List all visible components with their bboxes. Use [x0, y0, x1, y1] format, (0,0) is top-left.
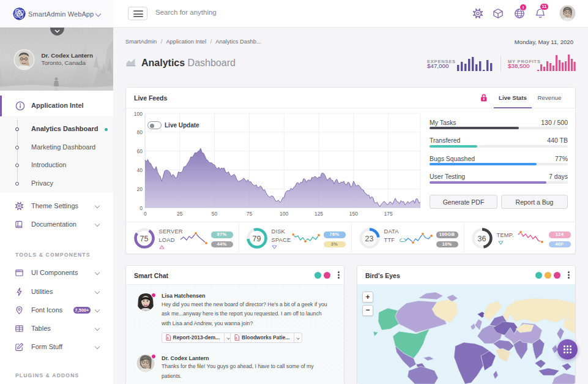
- svg-text:0: 0: [140, 205, 143, 211]
- svg-text:20: 20: [137, 186, 143, 192]
- svg-text:25: 25: [177, 211, 183, 217]
- svg-text:175: 175: [384, 211, 393, 217]
- svg-text:100: 100: [280, 211, 288, 217]
- svg-text:50: 50: [212, 211, 218, 217]
- svg-text:A: A: [236, 337, 238, 340]
- svg-text:40: 40: [137, 167, 143, 173]
- svg-text:0: 0: [144, 211, 147, 217]
- svg-text:A: A: [166, 337, 169, 340]
- svg-text:150: 150: [349, 211, 358, 217]
- svg-text:60: 60: [137, 148, 143, 154]
- svg-text:125: 125: [314, 211, 323, 217]
- svg-text:100: 100: [134, 111, 143, 117]
- svg-text:75: 75: [247, 211, 253, 217]
- svg-text:80: 80: [137, 129, 143, 135]
